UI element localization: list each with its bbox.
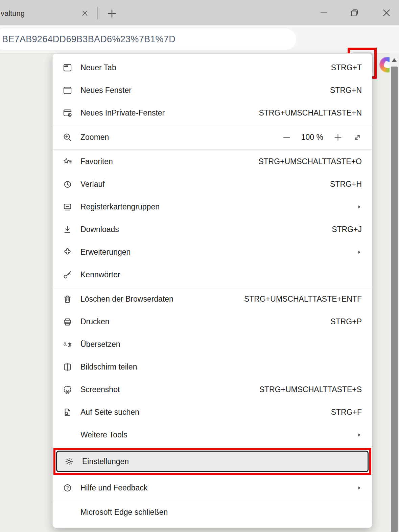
menu-item-browserdaten-loeschen[interactable]: Löschen der Browserdaten STRG+UMSCHALTTA… bbox=[53, 288, 372, 310]
menu-item-label: Favoriten bbox=[80, 157, 258, 166]
menu-item-auf-seite-suchen[interactable]: Auf Seite suchen STRG+F bbox=[53, 401, 372, 424]
highlight-box-einstellungen: Einstellungen bbox=[53, 448, 371, 475]
menu-item-shortcut: STRG+UMSCHALTTASTE+N bbox=[259, 108, 362, 118]
menu-item-label: Einstellungen bbox=[82, 457, 357, 466]
screenshot-icon bbox=[62, 385, 72, 395]
menu-item-label: Weitere Tools bbox=[80, 430, 357, 439]
menu-item-label: Microsoft Edge schließen bbox=[80, 508, 362, 517]
download-icon bbox=[62, 225, 72, 235]
menu-item-label: Neuer Tab bbox=[80, 63, 331, 72]
menu-item-label: Downloads bbox=[80, 225, 332, 234]
zoom-in-button[interactable] bbox=[333, 133, 343, 142]
scrollbar-thumb[interactable] bbox=[391, 67, 398, 532]
menu-item-verlauf[interactable]: Verlauf STRG+H bbox=[53, 173, 372, 196]
svg-text:?: ? bbox=[66, 485, 69, 490]
menu-item-shortcut: STRG+UMSCHALTTASTE+S bbox=[259, 385, 362, 394]
menu-item-neuer-tab[interactable]: Neuer Tab STRG+T bbox=[53, 56, 372, 79]
menu-item-uebersetzen[interactable]: a Übersetzen bbox=[53, 333, 372, 356]
find-on-page-icon bbox=[62, 407, 72, 417]
address-bar[interactable]: BE7AB9264DD69B3BAD6%23%7B1%7D bbox=[0, 28, 296, 50]
menu-item-shortcut: STRG+N bbox=[330, 86, 362, 95]
menu-item-shortcut: STRG+T bbox=[331, 63, 362, 72]
submenu-chevron-icon bbox=[357, 432, 362, 437]
menu-item-shortcut: STRG+F bbox=[331, 408, 362, 417]
no-icon-spacer bbox=[62, 430, 72, 440]
no-icon-spacer bbox=[62, 507, 72, 517]
screen-share-icon bbox=[62, 362, 72, 372]
menu-item-label: Übersetzen bbox=[80, 340, 362, 349]
trash-icon bbox=[62, 294, 72, 304]
menu-separator bbox=[53, 287, 372, 287]
zoom-level: 100 % bbox=[301, 133, 323, 142]
submenu-chevron-icon bbox=[357, 485, 362, 490]
address-toolbar: BE7AB9264DD69B3BAD6%23%7B1%7D bbox=[0, 25, 399, 53]
tab-divider bbox=[97, 7, 98, 19]
menu-item-label: Erweiterungen bbox=[80, 248, 357, 257]
svg-text:a: a bbox=[63, 340, 67, 347]
menu-item-downloads[interactable]: Downloads STRG+J bbox=[53, 218, 372, 241]
menu-item-label: Drucken bbox=[80, 317, 330, 326]
menu-item-label: Bildschirm teilen bbox=[80, 362, 362, 372]
translate-icon: a bbox=[62, 339, 72, 350]
menu-item-label: Screenshot bbox=[80, 385, 259, 394]
history-icon bbox=[62, 179, 72, 189]
page-scrollbar bbox=[390, 53, 399, 532]
menu-item-shortcut: STRG+UMSCHALTTASTE+ENTF bbox=[244, 295, 362, 304]
menu-item-bildschirm-teilen[interactable]: Bildschirm teilen bbox=[53, 356, 372, 378]
inprivate-icon bbox=[62, 108, 72, 118]
help-icon: ? bbox=[62, 483, 72, 493]
menu-item-neues-fenster[interactable]: Neues Fenster STRG+N bbox=[53, 79, 372, 102]
new-tab-button[interactable] bbox=[105, 7, 118, 20]
menu-item-inprivate-fenster[interactable]: Neues InPrivate-Fenster STRG+UMSCHALTTAS… bbox=[53, 102, 372, 124]
tab-close-icon[interactable] bbox=[80, 8, 90, 18]
fullscreen-icon[interactable] bbox=[353, 133, 362, 142]
menu-separator bbox=[53, 149, 372, 150]
window-restore-button[interactable] bbox=[347, 6, 361, 20]
menu-item-erweiterungen[interactable]: Erweiterungen bbox=[53, 241, 372, 263]
menu-item-shortcut: STRG+H bbox=[330, 180, 362, 189]
einstellungen-focus-frame: Einstellungen bbox=[56, 451, 369, 472]
zoom-icon bbox=[62, 132, 72, 143]
gear-icon bbox=[64, 456, 74, 466]
menu-item-drucken[interactable]: Drucken STRG+P bbox=[53, 310, 372, 333]
menu-item-screenshot[interactable]: Screenshot STRG+UMSCHALTTASTE+S bbox=[53, 378, 372, 401]
menu-item-weitere-tools[interactable]: Weitere Tools bbox=[53, 424, 372, 446]
window-close-button[interactable] bbox=[379, 6, 394, 20]
url-text: BE7AB9264DD69B3BAD6%23%7B1%7D bbox=[0, 34, 175, 45]
tab-groups-icon bbox=[62, 202, 72, 212]
window-minimize-button[interactable] bbox=[317, 6, 331, 20]
menu-item-label: Verlauf bbox=[80, 180, 330, 189]
menu-item-label: Registerkartengruppen bbox=[80, 202, 357, 211]
menu-separator bbox=[53, 500, 372, 500]
menu-item-shortcut: STRG+J bbox=[332, 225, 362, 234]
menu-item-label: Hilfe und Feedback bbox=[80, 483, 357, 492]
menu-item-zoomen: Zoomen 100 % bbox=[53, 126, 372, 149]
tab-bar: valtung bbox=[0, 0, 399, 25]
menu-item-label: Auf Seite suchen bbox=[80, 408, 331, 417]
menu-item-registerkartengruppen[interactable]: Registerkartengruppen bbox=[53, 196, 372, 218]
menu-item-favoriten[interactable]: Favoriten STRG+UMSCHALTTASTE+O bbox=[53, 150, 372, 173]
menu-item-kennwoerter[interactable]: Kennwörter bbox=[53, 263, 372, 286]
menu-item-edge-schliessen[interactable]: Microsoft Edge schließen bbox=[53, 501, 372, 524]
extensions-icon bbox=[62, 247, 72, 257]
menu-item-shortcut: STRG+UMSCHALTTASTE+O bbox=[258, 157, 362, 166]
menu-item-label: Zoomen bbox=[80, 133, 282, 142]
submenu-chevron-icon bbox=[357, 204, 362, 209]
menu-item-label: Kennwörter bbox=[80, 270, 362, 279]
menu-item-hilfe-und-feedback[interactable]: ? Hilfe und Feedback bbox=[53, 477, 372, 499]
printer-icon bbox=[62, 317, 72, 327]
key-icon bbox=[62, 270, 72, 280]
menu-item-label: Neues InPrivate-Fenster bbox=[80, 108, 259, 118]
scrollbar-up-arrow[interactable] bbox=[392, 58, 397, 62]
menu-item-label: Neues Fenster bbox=[80, 86, 330, 95]
menu-item-einstellungen[interactable]: Einstellungen bbox=[57, 452, 368, 471]
zoom-controls: 100 % bbox=[282, 133, 362, 142]
menu-item-label: Löschen der Browserdaten bbox=[80, 295, 244, 304]
favorites-icon bbox=[62, 157, 72, 167]
menu-separator bbox=[53, 125, 372, 125]
submenu-chevron-icon bbox=[357, 250, 362, 255]
new-tab-icon bbox=[62, 63, 72, 73]
zoom-out-button[interactable] bbox=[282, 133, 291, 142]
menu-item-shortcut: STRG+P bbox=[330, 317, 362, 326]
new-window-icon bbox=[62, 85, 72, 96]
